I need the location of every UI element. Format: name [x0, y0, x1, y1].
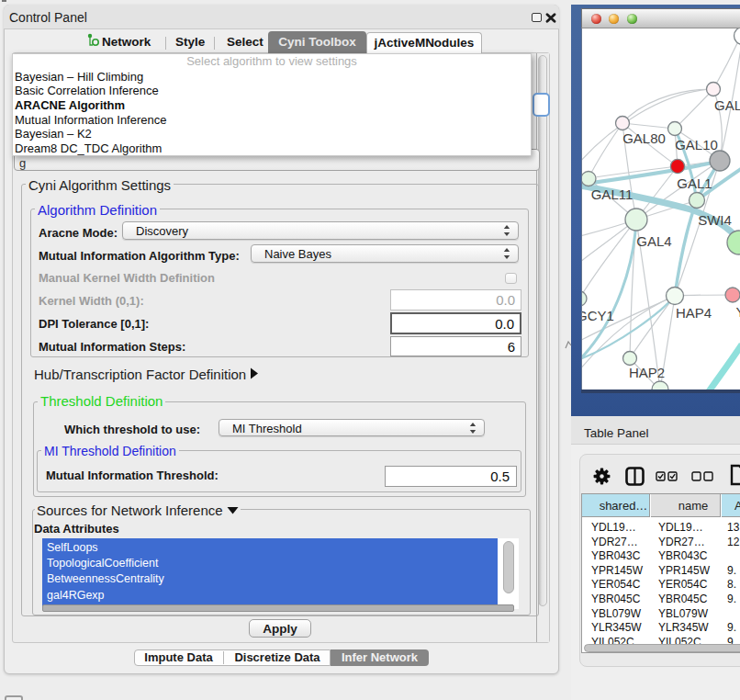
svg-text:GAL11: GAL11: [591, 186, 633, 202]
svg-text:HAP4: HAP4: [676, 305, 712, 321]
svg-text:Y: Y: [736, 304, 740, 320]
svg-text:GAL7: GAL7: [714, 97, 740, 113]
svg-text:HAP2: HAP2: [629, 365, 665, 380]
svg-text:SWI4: SWI4: [698, 212, 732, 228]
svg-text:GAL80: GAL80: [622, 130, 666, 146]
svg-text:GCY1: GCY1: [582, 308, 614, 323]
svg-text:GAL1: GAL1: [677, 175, 712, 191]
svg-text:GAL4: GAL4: [636, 233, 671, 249]
svg-text:GAL10: GAL10: [675, 137, 718, 152]
